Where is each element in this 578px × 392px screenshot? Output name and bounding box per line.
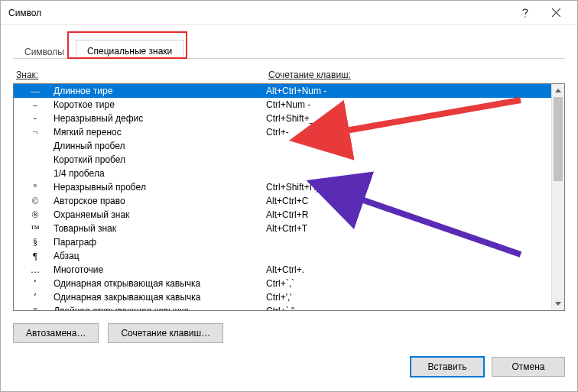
help-icon[interactable]	[510, 2, 541, 24]
list-item[interactable]: -Неразрывный дефисCtrl+Shift+_	[14, 112, 551, 125]
list-item[interactable]: ®Охраняемый знакAlt+Ctrl+R	[14, 208, 551, 222]
symbol-name: Параграф	[49, 237, 266, 248]
symbol-name: Многоточие	[49, 264, 266, 275]
symbol-name: Двойная открывающая кавычка	[49, 306, 266, 310]
ok-cancel-row: Вставить Отмена	[13, 357, 565, 377]
list-item[interactable]: ʼОдинарная закрывающая кавычкаCtrl+','	[14, 290, 551, 304]
symbol-name: Короткое тире	[49, 99, 266, 110]
symbol-name: Товарный знак	[49, 223, 266, 234]
scrollbar[interactable]	[551, 84, 564, 310]
list-item[interactable]: …МноготочиеAlt+Ctrl+.	[14, 263, 551, 277]
titlebar: Символ	[1, 1, 577, 25]
scrollbar-thumb[interactable]	[554, 97, 563, 181]
list-item[interactable]: Длинный пробел	[14, 139, 551, 153]
scroll-down-icon[interactable]	[552, 297, 564, 310]
symbol-name: Авторское право	[49, 196, 266, 206]
lower-left-buttons: Автозамена… Сочетание клавиш…	[13, 323, 565, 343]
symbol-shortcut: Ctrl+-	[266, 127, 551, 138]
symbol-shortcut: Ctrl+`,`	[266, 278, 551, 289]
symbol-dialog: Символ Символы Специальные знаки Знак: С…	[0, 0, 578, 392]
list-item[interactable]: —Длинное тиреAlt+Ctrl+Num -	[14, 84, 551, 98]
symbol-shortcut: Ctrl+','	[266, 292, 551, 303]
cancel-button[interactable]: Отмена	[492, 357, 565, 377]
list-body[interactable]: —Длинное тиреAlt+Ctrl+Num -–Короткое тир…	[14, 84, 551, 310]
symbol-glyph: "	[21, 306, 49, 311]
symbol-shortcut: Alt+Ctrl+R	[266, 209, 551, 220]
symbol-name: Неразрывный пробел	[49, 182, 266, 193]
symbol-glyph: ™	[21, 223, 49, 235]
list-item[interactable]: "Двойная открывающая кавычкаCtrl+`,"	[14, 304, 551, 310]
tab-symbols[interactable]: Символы	[13, 40, 76, 60]
symbol-name: Охраняемый знак	[49, 209, 266, 220]
list-item[interactable]: §Параграф	[14, 235, 551, 249]
symbol-shortcut: Ctrl+`,"	[266, 306, 551, 310]
symbol-shortcut: Alt+Ctrl+T	[266, 223, 551, 234]
window-title: Символ	[8, 8, 510, 18]
svg-point-0	[524, 16, 525, 17]
list-item[interactable]: ™Товарный знакAlt+Ctrl+T	[14, 222, 551, 235]
list-item[interactable]: ¶Абзац	[14, 249, 551, 263]
symbol-glyph: ©	[21, 196, 49, 207]
symbol-shortcut: Alt+Ctrl+C	[266, 196, 551, 206]
symbol-shortcut: Ctrl+Num -	[266, 99, 551, 110]
symbol-shortcut: Ctrl+Shift+_	[266, 113, 551, 124]
symbol-glyph: -	[21, 113, 49, 125]
scroll-up-icon[interactable]	[552, 84, 564, 97]
list-item[interactable]: –Короткое тиреCtrl+Num -	[14, 98, 551, 112]
symbol-glyph: …	[21, 264, 49, 276]
list-item[interactable]: 1/4 пробела	[14, 167, 551, 180]
col-header-shortcut: Сочетание клавиш:	[268, 70, 351, 80]
symbol-glyph: –	[21, 99, 49, 111]
dialog-content: Символы Специальные знаки Знак: Сочетани…	[1, 25, 577, 391]
symbol-glyph: ®	[21, 209, 49, 221]
symbol-shortcut: Alt+Ctrl+Num -	[266, 86, 551, 96]
symbol-name: Мягкий перенос	[49, 127, 266, 138]
symbol-name: 1/4 пробела	[49, 168, 266, 179]
symbol-shortcut: Alt+Ctrl+.	[266, 264, 551, 275]
symbol-name: Неразрывный дефис	[49, 113, 266, 124]
svg-marker-3	[555, 89, 561, 92]
list-item[interactable]: ʻОдинарная открывающая кавычкаCtrl+`,`	[14, 277, 551, 290]
column-headers: Знак: Сочетание клавиш:	[13, 70, 565, 82]
tab-bar: Символы Специальные знаки	[13, 39, 565, 59]
list-item[interactable]: Короткий пробел	[14, 153, 551, 167]
symbol-glyph: ʼ	[21, 292, 49, 303]
symbol-name: Длинный пробел	[49, 141, 266, 151]
symbol-glyph: §	[21, 237, 49, 248]
symbol-name: Короткий пробел	[49, 154, 266, 165]
symbol-shortcut: Ctrl+Shift+Пробел	[266, 182, 551, 193]
symbol-glyph: ¬	[21, 127, 49, 138]
insert-button[interactable]: Вставить	[411, 357, 484, 377]
symbol-glyph: —	[21, 86, 49, 97]
symbol-name: Одинарная закрывающая кавычка	[49, 292, 266, 303]
symbol-glyph: °	[21, 182, 49, 193]
symbol-name: Длинное тире	[49, 86, 266, 96]
symbol-glyph: ¶	[21, 251, 49, 262]
special-chars-list: —Длинное тиреAlt+Ctrl+Num -–Короткое тир…	[13, 83, 565, 311]
symbol-glyph: ʻ	[21, 278, 49, 290]
symbol-name: Одинарная открывающая кавычка	[49, 278, 266, 289]
symbol-name: Абзац	[49, 251, 266, 261]
shortcut-assign-button[interactable]: Сочетание клавиш…	[108, 323, 223, 343]
col-header-sign: Знак:	[16, 70, 85, 80]
list-item[interactable]: ©Авторское правоAlt+Ctrl+C	[14, 194, 551, 208]
tab-special-chars[interactable]: Специальные знаки	[76, 40, 183, 60]
svg-marker-4	[555, 302, 561, 306]
list-item[interactable]: ¬Мягкий переносCtrl+-	[14, 125, 551, 139]
list-item[interactable]: °Неразрывный пробелCtrl+Shift+Пробел	[14, 180, 551, 194]
close-icon[interactable]	[541, 2, 571, 24]
autocorrect-button[interactable]: Автозамена…	[13, 323, 99, 343]
